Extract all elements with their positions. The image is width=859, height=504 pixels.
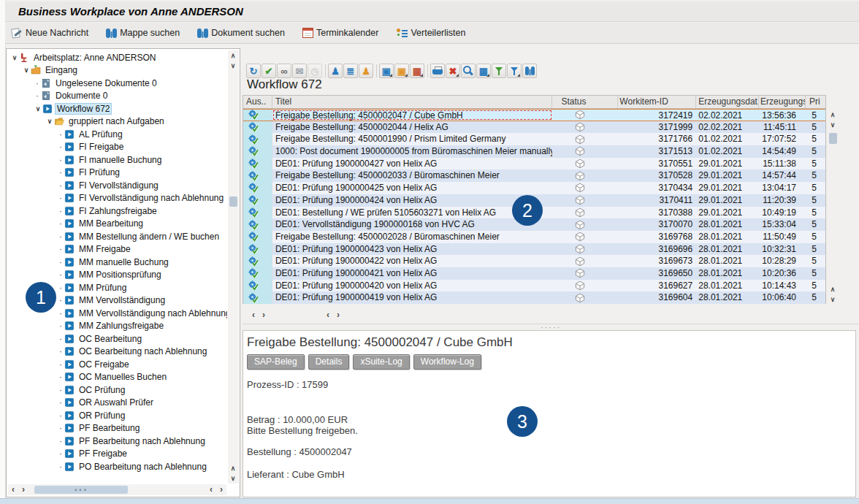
tree-item-fi-zahlungsfreigabe[interactable]: ·FI Zahlungsfreigabe — [7, 205, 227, 218]
execute-cell[interactable] — [243, 158, 272, 170]
table-row[interactable]: DE01: Prüfung 1900000425 von Helix AG317… — [243, 182, 825, 194]
execute-cell[interactable] — [243, 169, 272, 182]
tree-item-oc-freigabe[interactable]: ·OC Freigabe — [7, 358, 227, 371]
refresh-button[interactable]: ↻ — [246, 64, 261, 78]
scroll-left-icon[interactable]: ‹ — [8, 485, 18, 495]
table-row[interactable]: DE01: Prüfung 1900000421 von Helix AG316… — [243, 267, 825, 280]
tree-item-po-bearbeitung-nach-ablehnung[interactable]: ·PO Bearbeitung nach Ablehnung — [7, 460, 227, 473]
execute-cell[interactable] — [243, 231, 272, 243]
scrollbar-thumb[interactable] — [829, 133, 837, 144]
tree-item-fi-pr-fung[interactable]: ·FI Prüfung — [7, 167, 227, 180]
sap-beleg-button[interactable]: SAP-Beleg — [247, 354, 305, 370]
table-row[interactable]: Freigabe Bestellung: 4500002047 / Cube G… — [243, 109, 825, 121]
tree-item-oc-bearbeitung-nach-ablehnung[interactable]: ·OC Bearbeitung nach Ablehnung — [7, 345, 227, 359]
table-row[interactable]: DE01: Prüfung 1900000423 von Helix AG316… — [243, 243, 825, 256]
find-button[interactable] — [522, 64, 537, 78]
new-message-button[interactable]: Neue Nachricht — [11, 28, 88, 39]
table-row[interactable]: Freigabe Bestellung: 4500002033 / Büroma… — [243, 169, 825, 182]
execute-cell[interactable] — [243, 145, 272, 158]
accept-button[interactable]: ✔ — [261, 64, 276, 78]
expander-icon[interactable]: ∨ — [34, 105, 42, 112]
tree-horizontal-scrollbar[interactable]: ‹ › ‹ › — [8, 484, 226, 495]
table-row[interactable]: Freigabe Bestellung: 4500002044 / Helix … — [243, 121, 825, 134]
scroll-left-icon[interactable]: ‹ — [206, 485, 216, 495]
tree-item-workflow-672[interactable]: ∨Workflow 672 — [7, 102, 227, 115]
find-folder-button[interactable]: Mappe suchen — [106, 28, 180, 38]
execute-cell[interactable] — [243, 121, 272, 134]
table-row[interactable]: DE01: Prüfung 1900000422 von Helix AG316… — [243, 255, 825, 267]
xsuite-log-button[interactable]: xSuite-Log — [353, 354, 409, 370]
tree-item-mm-manuelle-buchung[interactable]: ·MM manuelle Buchung — [7, 256, 227, 269]
agent-button[interactable]: ♟ — [328, 64, 343, 78]
scroll-down-icon[interactable]: ∨ — [828, 294, 838, 305]
execute-cell[interactable] — [243, 207, 272, 219]
tree-item-oc-pr-fung[interactable]: ·OC Prüfung — [7, 383, 227, 397]
tree-vertical-scrollbar[interactable]: ∧ ∨ ∧ ∨ — [228, 50, 239, 484]
print-button[interactable] — [430, 64, 445, 78]
tree-item-mm-zahlungsfreigabe[interactable]: ·MM Zahlungsfreigabe — [7, 320, 227, 333]
tree-item-mm-freigabe[interactable]: ·MM Freigabe — [7, 243, 227, 256]
table-row[interactable]: DE01: Prüfung 1900000427 von Helix AG317… — [243, 158, 825, 170]
execute-cell[interactable] — [243, 110, 272, 121]
scroll-right-icon[interactable]: › — [333, 310, 343, 321]
expander-icon[interactable]: ∨ — [10, 54, 19, 61]
execute-cell[interactable] — [243, 255, 272, 267]
delete-button[interactable]: ✖ — [446, 64, 460, 78]
scroll-down-icon[interactable]: ∨ — [228, 473, 238, 484]
tree-item-mm-bestellung-ndern-we-buchen[interactable]: ·MM Bestellung ändern / WE buchen — [7, 230, 227, 243]
column-header-id[interactable]: Workitem-ID — [618, 96, 696, 108]
expander-icon[interactable]: ∨ — [22, 66, 31, 74]
filter-criteria-button[interactable] — [507, 64, 522, 78]
column-header-titel[interactable]: Titel — [272, 96, 553, 108]
scroll-right-icon[interactable]: › — [18, 485, 28, 495]
scroll-down-icon[interactable]: ∨ — [228, 61, 238, 71]
table-row[interactable]: 1000: Post document 1900000005 from Büro… — [243, 145, 825, 158]
resubmit-clock-button[interactable]: ◷ — [308, 64, 322, 78]
tree-item-mm-bearbeitung[interactable]: ·MM Bearbeitung — [7, 218, 227, 231]
forward-mail-button[interactable]: ✉ — [292, 64, 307, 78]
execute-cell[interactable] — [243, 267, 272, 280]
find-next-button[interactable] — [461, 64, 476, 78]
scroll-up-icon[interactable]: ∧ — [228, 463, 238, 473]
tree-item-pf-freigabe[interactable]: ·PF Freigabe — [7, 448, 227, 461]
execute-cell[interactable] — [243, 291, 272, 304]
display-button[interactable]: ∞ — [277, 64, 291, 78]
scroll-left-icon[interactable]: ‹ — [323, 310, 333, 321]
appointment-calendar-button[interactable]: Terminkalender — [302, 28, 378, 38]
execute-cell[interactable] — [243, 243, 272, 256]
expander-icon[interactable]: ∨ — [45, 118, 54, 125]
table-horizontal-scrollbar[interactable]: ‹ › ‹ › — [248, 310, 837, 321]
scroll-up-icon[interactable]: ∧ — [228, 50, 238, 61]
execute-cell[interactable] — [243, 194, 272, 207]
tree-item-fi-vervollst-ndigung[interactable]: ·FI Vervollständigung — [7, 179, 227, 192]
layout-button[interactable]: ▣ — [379, 64, 394, 78]
table-row[interactable]: DE01: Prüfung 1900000419 von Helix AG316… — [243, 291, 825, 304]
table-vertical-scrollbar[interactable]: ∧ ∨ ∧ ∨ — [828, 110, 839, 305]
tree-item-al-pr-fung[interactable]: ·AL Prüfung — [7, 128, 227, 141]
column-header-pri[interactable]: Pri — [806, 96, 825, 108]
filter-button[interactable] — [492, 64, 506, 78]
tree-item-or-pr-fung[interactable]: ·OR Prüfung — [7, 409, 227, 422]
choose-layout-button[interactable]: ▣ — [394, 64, 409, 78]
save-layout-button[interactable]: ▦ — [410, 64, 424, 78]
execute-cell[interactable] — [243, 218, 272, 231]
column-header-status[interactable]: Status — [552, 96, 618, 108]
workflow-log-button[interactable]: Workflow-Log — [413, 354, 481, 370]
column-header-time[interactable]: Erzeugungs.. — [759, 96, 806, 108]
tree-item-dokumente-0[interactable]: ·Dokumente 0 — [7, 90, 227, 103]
table-row[interactable]: Freigabe Bestellung: 4500002028 / Büroma… — [243, 231, 825, 243]
sort-button[interactable]: ≣ — [343, 64, 358, 78]
tree-item-fi-freigabe[interactable]: ·FI Freigabe — [7, 141, 227, 154]
tree-item-ungelesene-dokumente-0[interactable]: ·Ungelesene Dokumente 0 — [7, 77, 227, 90]
scroll-right-icon[interactable]: › — [259, 310, 269, 321]
scroll-up-icon[interactable]: ∧ — [828, 110, 838, 120]
views-button[interactable]: ▦ — [476, 64, 491, 78]
tree-item-gruppiert-nach-aufgaben[interactable]: ∨gruppiert nach Aufgaben — [7, 115, 227, 129]
scrollbar-thumb[interactable] — [229, 196, 237, 207]
scroll-up-icon[interactable]: ∧ — [828, 284, 838, 294]
tree-item-oc-manuelles-buchen[interactable]: ·OC Manuelles Buchen — [7, 371, 227, 384]
scroll-down-icon[interactable]: ∨ — [828, 120, 838, 130]
execute-cell[interactable] — [243, 182, 272, 194]
table-row[interactable]: Freigabe Bestellung: 4500001990 / Prism … — [243, 133, 825, 145]
tree-item-eingang[interactable]: ∨Eingang — [7, 64, 227, 77]
